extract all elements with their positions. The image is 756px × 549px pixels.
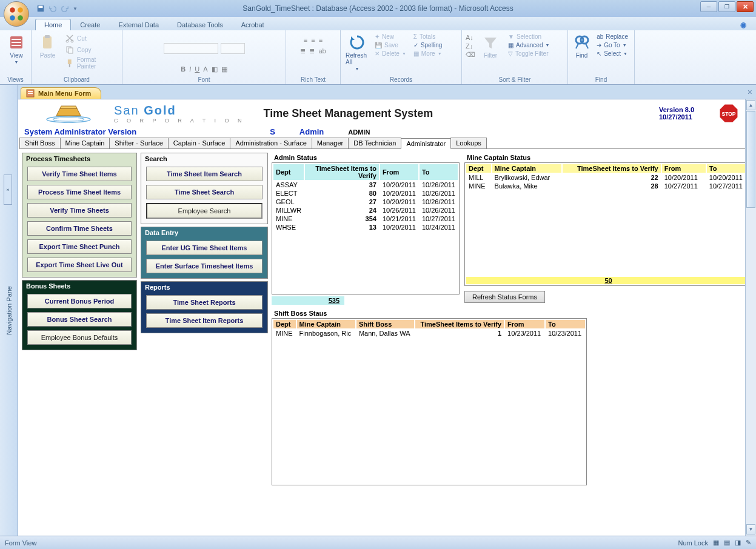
doc-tab-close-icon[interactable]: ×: [748, 87, 752, 97]
gold-bar-icon: [44, 104, 93, 123]
italic-button: I: [189, 65, 191, 73]
minimize-button[interactable]: ─: [700, 1, 717, 12]
group-label-clipboard: Clipboard: [35, 76, 118, 84]
replace-icon: ab: [597, 33, 603, 40]
view-datasheet-icon[interactable]: ▤: [724, 539, 730, 547]
refresh-icon: [349, 34, 366, 51]
filter-button: Filter: [478, 32, 503, 61]
advanced-button[interactable]: ▦Advanced▼: [506, 41, 552, 49]
spelling-button[interactable]: ✓Spelling: [411, 41, 445, 49]
table-row[interactable]: MILLBrylikowski, Edwar2210/20/201110/20/…: [466, 174, 751, 181]
ts-item-reports-button[interactable]: Time Sheet Item Reports: [146, 313, 263, 328]
undo-icon[interactable]: [49, 4, 57, 13]
svg-point-3: [18, 15, 23, 21]
tab-captain-surface[interactable]: Captain - Surface: [168, 138, 231, 148]
view-layout-icon[interactable]: ◨: [735, 539, 741, 547]
totals-button: ΣTotals: [411, 33, 445, 41]
table-row[interactable]: ELECT8010/20/201110/26/2011: [273, 190, 458, 197]
ribbon-tab-dbtools[interactable]: Database Tools: [168, 19, 232, 30]
goto-icon: ➜: [597, 42, 601, 48]
status-bar: Form View Num Lock ▦ ▤ ◨ ✎: [0, 536, 756, 549]
maximize-button[interactable]: ❐: [718, 1, 735, 12]
doc-tab-mainmenu[interactable]: Main Menu Form: [21, 87, 101, 99]
refresh-status-button[interactable]: Refresh Status Forms: [464, 291, 545, 303]
tab-manager[interactable]: Manager: [312, 138, 349, 148]
numlist-icon: ≣: [309, 47, 315, 55]
refresh-all-button[interactable]: Refresh All▼: [344, 32, 370, 73]
ts-reports-button[interactable]: Time Sheet Reports: [146, 295, 263, 310]
table-row[interactable]: WHSE1310/20/201110/24/2011: [273, 224, 458, 231]
stop-button[interactable]: STOP: [718, 103, 739, 124]
table-row[interactable]: MINEBulawka, Mike2810/27/201110/27/2011: [466, 182, 751, 190]
qat-dropdown-icon[interactable]: ▼: [73, 6, 78, 12]
bonus-search-button[interactable]: Bonus Sheet Search: [27, 312, 132, 327]
tab-administrator[interactable]: Administrator: [401, 138, 451, 149]
ts-search-button[interactable]: Time Sheet Search: [146, 185, 263, 199]
ribbon-tab-create[interactable]: Create: [71, 19, 109, 30]
navigation-pane[interactable]: Navigation Pane: [0, 85, 18, 536]
sigma-icon: Σ: [413, 33, 417, 40]
tab-shifter-surface[interactable]: Shifter - Surface: [109, 138, 168, 148]
selection-button: ▼Selection: [506, 33, 552, 41]
scroll-up-icon[interactable]: ▲: [746, 100, 755, 110]
tab-dbtech[interactable]: DB Technician: [348, 138, 401, 148]
sort-asc-icon: A↓: [466, 34, 475, 41]
table-row[interactable]: MINE35410/21/201110/27/2011: [273, 215, 458, 222]
close-button[interactable]: ✕: [737, 1, 754, 12]
export-liveout-button[interactable]: Export Time Sheet Live Out: [27, 258, 132, 272]
table-row[interactable]: GEOL2710/20/201110/26/2011: [273, 198, 458, 205]
tab-lookups[interactable]: Lookups: [450, 138, 487, 148]
ribbon-tab-home[interactable]: Home: [35, 19, 71, 30]
toggle-filter-button: ▽Toggle Filter: [506, 50, 552, 58]
goto-button[interactable]: ➜Go To▼: [594, 41, 631, 49]
navpane-toggle[interactable]: »: [4, 175, 12, 205]
table-row[interactable]: MILLWR2410/26/201110/26/2011: [273, 207, 458, 214]
group-label-views: Views: [4, 76, 27, 84]
ribbon-tab-acrobat[interactable]: Acrobat: [232, 19, 273, 30]
sort-desc-icon: Z↓: [466, 42, 475, 50]
export-punch-button[interactable]: Export Time Sheet Punch: [27, 239, 132, 254]
vertical-scrollbar[interactable]: ▲ ▼: [745, 99, 756, 536]
bonus-defaults-button[interactable]: Employee Bonus Defaults: [27, 330, 132, 345]
form-icon: [26, 89, 35, 98]
redo-icon[interactable]: [61, 4, 69, 13]
enter-ug-button[interactable]: Enter UG Time Sheet Items: [146, 241, 263, 255]
verify-ts-items-button[interactable]: Verify Time Sheet Items: [27, 167, 132, 181]
svg-rect-15: [69, 48, 73, 53]
view-form-icon[interactable]: ▦: [713, 539, 719, 547]
confirm-ts-button[interactable]: Confirm Time Sheets: [27, 221, 132, 236]
help-icon[interactable]: ◉: [738, 19, 749, 30]
tab-shiftboss[interactable]: Shift Boss: [19, 138, 61, 148]
employee-search-button[interactable]: Employee Search: [146, 203, 263, 219]
navpane-label: Navigation Pane: [5, 286, 13, 335]
save-icon[interactable]: [36, 4, 45, 13]
table-row[interactable]: MINEFinnbogason, RicMann, Dallas WA110/2…: [273, 330, 585, 337]
ribbon-tab-external[interactable]: External Data: [109, 19, 168, 30]
form-canvas: San Gold C O R P O R A T I O N Time Shee…: [18, 99, 756, 536]
tab-minecaptain[interactable]: Mine Captain: [60, 138, 110, 148]
table-row[interactable]: ASSAY3710/20/201110/26/2011: [273, 181, 458, 188]
tab-admin-surface[interactable]: Administration - Surface: [230, 138, 312, 148]
svg-rect-5: [39, 6, 43, 8]
delete-icon: ✕: [375, 50, 380, 57]
select-button[interactable]: ↖Select▼: [594, 50, 631, 58]
current-bonus-button[interactable]: Current Bonus Period: [27, 294, 132, 308]
scroll-down-icon[interactable]: ▼: [746, 524, 755, 534]
view-button[interactable]: View▼: [4, 32, 29, 67]
verify-ts-button[interactable]: Verify Time Sheets: [27, 203, 132, 218]
grid-icon: ▦: [221, 65, 227, 73]
ts-item-search-button[interactable]: Time Sheet Item Search: [146, 167, 263, 181]
find-button[interactable]: Find: [572, 32, 592, 61]
captain-status-title: Mine Captain Status: [464, 153, 752, 162]
replace-button[interactable]: abReplace: [594, 33, 631, 41]
scroll-thumb[interactable]: [746, 111, 755, 208]
document-tabs: Main Menu Form ×: [18, 85, 756, 99]
save-record-button: 💾Save: [372, 41, 409, 49]
enter-surface-button[interactable]: Enter Surface Timesheet Items: [146, 259, 263, 273]
view-design-icon[interactable]: ✎: [746, 539, 751, 547]
svg-rect-11: [45, 35, 50, 38]
process-ts-items-button[interactable]: Process Time Sheet Items: [27, 185, 132, 199]
align-center-icon: ≡: [311, 36, 315, 44]
office-button[interactable]: [4, 1, 29, 27]
svg-rect-17: [69, 64, 70, 67]
